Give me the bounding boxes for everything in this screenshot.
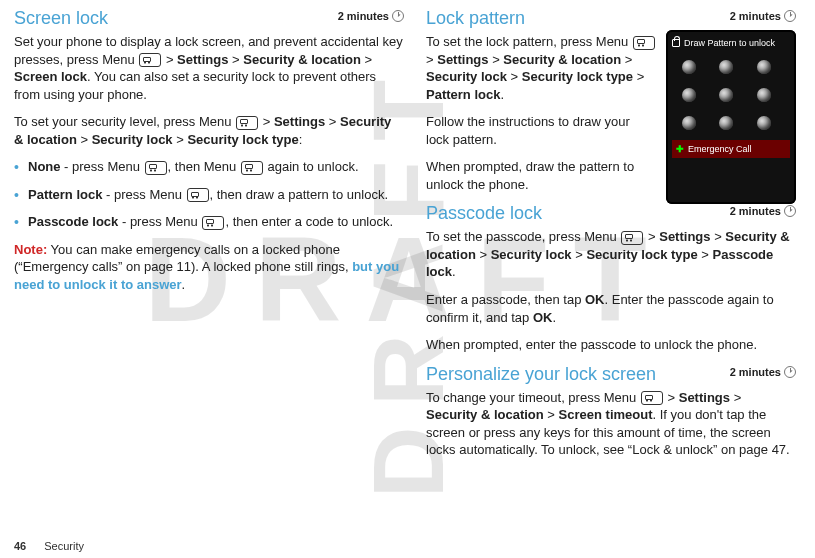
- para-when-prompted-pattern: When prompted, draw the pattern to unloc…: [426, 158, 656, 193]
- menu-icon: [187, 188, 209, 202]
- para-note: Note: You can make emergency calls on a …: [14, 241, 404, 294]
- pattern-dot: [757, 116, 771, 130]
- para-follow-instr: Follow the instructions to draw your loc…: [426, 113, 656, 148]
- pattern-dot: [682, 88, 696, 102]
- para-personalize-timeout: To change your timeout, press Menu > Set…: [426, 389, 796, 459]
- clock-icon: [784, 10, 796, 22]
- pattern-dot: [757, 88, 771, 102]
- pattern-dot: [719, 116, 733, 130]
- reading-time-text: 2 minutes: [730, 10, 781, 22]
- menu-icon: [202, 216, 224, 230]
- reading-time-badge: 2 minutes: [730, 205, 796, 217]
- para-enter-passcode: Enter a passcode, then tap OK. Enter the…: [426, 291, 796, 326]
- emergency-icon: ✚: [676, 144, 684, 154]
- clock-icon: [392, 10, 404, 22]
- reading-time-text: 2 minutes: [730, 205, 781, 217]
- lock-icon: [672, 39, 680, 47]
- emergency-call-label: Emergency Call: [688, 144, 752, 154]
- clock-icon: [784, 205, 796, 217]
- menu-icon: [241, 161, 263, 175]
- reading-time-badge: 2 minutes: [730, 366, 796, 378]
- reading-time-text: 2 minutes: [730, 366, 781, 378]
- page-footer: 46 Security: [14, 540, 84, 552]
- menu-icon: [145, 161, 167, 175]
- phone-title-text: Draw Pattern to unlock: [684, 38, 775, 48]
- list-item-pattern-lock: Pattern lock - press Menu , then draw a …: [14, 186, 404, 204]
- list-item-none: None - press Menu , then Menu again to u…: [14, 158, 404, 176]
- para-lock-pattern-path: To set the lock pattern, press Menu > Se…: [426, 33, 656, 103]
- menu-icon: [641, 391, 663, 405]
- reading-time-badge: 2 minutes: [730, 10, 796, 22]
- footer-section-name: Security: [44, 540, 84, 552]
- clock-icon: [784, 366, 796, 378]
- pattern-dot: [682, 116, 696, 130]
- reading-time-badge: 2 minutes: [338, 10, 404, 22]
- para-screen-lock-intro: Set your phone to display a lock screen,…: [14, 33, 404, 103]
- list-item-passcode-lock: Passcode lock - press Menu , then enter …: [14, 213, 404, 231]
- menu-icon: [633, 36, 655, 50]
- pattern-dot: [757, 60, 771, 74]
- menu-icon: [621, 231, 643, 245]
- phone-titlebar: Draw Pattern to unlock: [670, 34, 792, 54]
- pattern-grid: [670, 54, 792, 132]
- pattern-dot: [719, 88, 733, 102]
- note-label: Note:: [14, 242, 47, 257]
- phone-mockup: Draw Pattern to unlock ✚ Emergency Call: [666, 30, 796, 204]
- reading-time-text: 2 minutes: [338, 10, 389, 22]
- page-number: 46: [14, 540, 26, 552]
- para-set-security-level: To set your security level, press Menu >…: [14, 113, 404, 148]
- menu-icon: [236, 116, 258, 130]
- pattern-dot: [682, 60, 696, 74]
- para-passcode-path: To set the passcode, press Menu > Settin…: [426, 228, 796, 281]
- pattern-dot: [719, 60, 733, 74]
- menu-icon: [139, 53, 161, 67]
- para-when-prompted-passcode: When prompted, enter the passcode to unl…: [426, 336, 796, 354]
- emergency-call-bar: ✚ Emergency Call: [672, 140, 790, 158]
